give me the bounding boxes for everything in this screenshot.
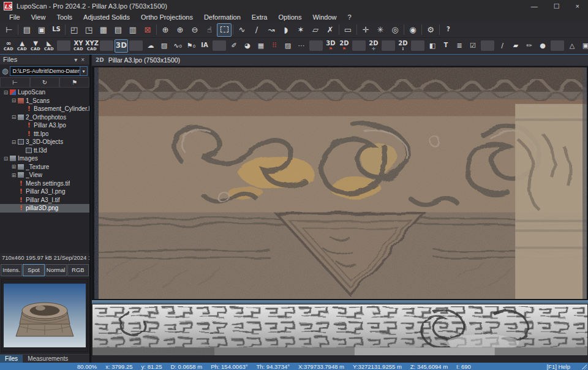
mark-zero-icon[interactable]: ⚑₀	[184, 39, 198, 53]
value-matrix-icon[interactable]: ▦	[254, 39, 268, 53]
tree-item[interactable]: ⊟ 3_3D-Objects	[0, 138, 89, 146]
expander-icon[interactable]: ⊟	[2, 89, 9, 96]
tree-item[interactable]: ⊟ 1_Scans	[0, 97, 89, 105]
tile-horizontal-icon[interactable]: ▤	[111, 23, 126, 37]
rgb-button[interactable]: RGB	[67, 264, 89, 276]
tile-vertical-icon[interactable]: ▥	[126, 23, 140, 37]
panel-close-icon[interactable]: ×	[79, 56, 86, 63]
tree-item[interactable]: ⊞ _View	[0, 171, 89, 179]
path-combobox[interactable]: D:\LPS-Auftritt\Demo-Daten\D ▾	[10, 66, 88, 76]
line-2d-icon[interactable]: ∕	[496, 39, 509, 53]
plane-icon[interactable]: ▰	[509, 39, 522, 53]
intens-button[interactable]: Intens.	[1, 264, 22, 276]
point-grid-icon[interactable]: ⠿	[268, 39, 281, 53]
expander-icon[interactable]: ⊟	[10, 114, 17, 120]
preview-thumbnail[interactable]	[1, 279, 88, 352]
tree-item[interactable]: pillar3D.png	[0, 204, 89, 213]
zoom-in-icon[interactable]: ⊕	[173, 23, 187, 37]
tree-item[interactable]: Basement_Cylinder.lps	[0, 105, 89, 113]
sphere-icon[interactable]: ●	[536, 39, 549, 53]
close-button[interactable]: ×	[576, 2, 579, 10]
expander-icon[interactable]: ⊟	[2, 156, 9, 162]
marker-2d-icon[interactable]: 2D ⚑	[337, 39, 351, 53]
menu-item[interactable]: ?	[342, 12, 357, 22]
maximize-button[interactable]: ☐	[554, 2, 560, 10]
select-check-icon[interactable]: ☑	[466, 39, 480, 53]
tree-structure-button[interactable]: ⊢	[0, 77, 30, 88]
axes-star-icon[interactable]: ✳	[373, 23, 388, 37]
menu-item[interactable]: Adjusted Solids	[78, 12, 135, 22]
view-header[interactable]: 2D Pillar A3.lpo (7503x1500)	[92, 55, 588, 66]
normal-button[interactable]: Normal	[45, 264, 67, 276]
combo-arrow-icon[interactable]: ▾	[80, 67, 87, 75]
fill-drop-icon[interactable]: ◕	[241, 39, 254, 53]
tree-item[interactable]: Pillar A3.lpo	[0, 121, 89, 130]
menu-item[interactable]: Tools	[51, 12, 78, 22]
image-analysis-icon[interactable]: IA	[198, 39, 211, 53]
text-label-icon[interactable]: T	[439, 39, 453, 53]
ruler-icon[interactable]: ▭	[341, 23, 355, 37]
layer-list-icon[interactable]: ≣	[453, 39, 466, 53]
region-poly-icon[interactable]: △	[565, 39, 579, 53]
tree-item[interactable]: ttt.lpo	[0, 130, 89, 138]
marquee-select-icon[interactable]	[217, 23, 232, 37]
needle-icon[interactable]: ✐	[227, 39, 241, 53]
tree-item[interactable]: Pillar A3_I.tif	[0, 196, 89, 205]
import-ls-icon[interactable]: LS	[49, 23, 64, 37]
menu-item[interactable]: Options	[273, 12, 307, 22]
refresh-button[interactable]: ↻	[30, 77, 60, 88]
expander-icon[interactable]: ⊟	[10, 97, 17, 104]
orthophoto-viewport[interactable]	[92, 66, 588, 300]
polyline-draw-icon[interactable]: ∿	[235, 23, 249, 37]
tree-item[interactable]: ⊟ LupoScan	[0, 88, 89, 97]
minimize-button[interactable]: —	[531, 2, 538, 10]
resize-grip[interactable]	[581, 364, 587, 369]
spot-button[interactable]: Spot	[23, 264, 44, 276]
surface-box-icon[interactable]: ▣	[579, 39, 588, 53]
cad-xy-icon[interactable]: XY CAD	[72, 39, 85, 53]
new-view-icon[interactable]: ◰	[67, 23, 81, 37]
save-icon[interactable]: ▣	[34, 23, 49, 37]
tab-measurements[interactable]: Measurements	[23, 355, 73, 363]
menu-item[interactable]: Ortho Projections	[135, 12, 198, 22]
ortho-photo-icon[interactable]: ▨	[157, 39, 171, 53]
tree-item[interactable]: ⊟ Images	[0, 154, 89, 163]
settings-gear-icon[interactable]: ⚙	[423, 23, 438, 37]
cad-down-icon[interactable]: ▼ CAD	[29, 39, 42, 53]
zoom-out-icon[interactable]: ⊖	[187, 23, 202, 37]
cad-link-icon[interactable]: ∞ CAD	[2, 39, 15, 53]
tree-item[interactable]: Mesh settings.tif	[0, 179, 89, 188]
menu-item[interactable]: File	[4, 12, 26, 22]
tree-item[interactable]: tt.l3d	[0, 146, 89, 155]
panel-collapse-icon[interactable]: ▾	[72, 56, 79, 63]
tile-windows-icon[interactable]: ▦	[96, 23, 111, 37]
cylinder-pen-icon[interactable]: ✏	[522, 39, 536, 53]
profile-zero-icon[interactable]: ∿₀	[171, 39, 184, 53]
expander-icon[interactable]: ⊞	[10, 164, 17, 170]
tree-item[interactable]: ⊞ _Texture	[0, 163, 89, 172]
expander-icon[interactable]: ⊞	[10, 172, 17, 178]
menu-item[interactable]: Deformation	[198, 12, 246, 22]
info-2d-icon[interactable]: 2D i	[396, 39, 410, 53]
cascade-windows-icon[interactable]: ◳	[81, 23, 96, 37]
delete-icon[interactable]: ✗	[323, 23, 337, 37]
help-hint[interactable]: [F1] Help	[546, 363, 573, 370]
zoom-rect-icon[interactable]: ⊕	[158, 23, 173, 37]
point-2d-icon[interactable]: 2D ✛	[367, 39, 380, 53]
magic-wand-icon[interactable]: ✶	[293, 23, 308, 37]
marks-filter-button[interactable]: ⚑	[59, 77, 89, 88]
tree-item[interactable]: ⊟ 2_Orthophotos	[0, 113, 89, 122]
intensity-viewport[interactable]	[92, 304, 588, 356]
help-icon[interactable]: ?	[441, 23, 456, 37]
expander-icon[interactable]: ⊟	[10, 139, 17, 145]
pan-hand-icon[interactable]: ☝	[202, 23, 217, 37]
camera-icon[interactable]: ◉	[405, 23, 420, 37]
view-3d-button[interactable]: 3D	[115, 39, 128, 53]
eraser-icon[interactable]: ▱	[308, 23, 323, 37]
menu-item[interactable]: Extra	[246, 12, 273, 22]
fill-icon[interactable]: ◗	[279, 23, 293, 37]
tree-item[interactable]: Pillar A3_I.png	[0, 187, 89, 196]
point-cloud-icon[interactable]: ☁	[144, 39, 157, 53]
line-draw-icon[interactable]: ∕	[249, 23, 264, 37]
point-marker-icon[interactable]: ✛	[358, 23, 373, 37]
